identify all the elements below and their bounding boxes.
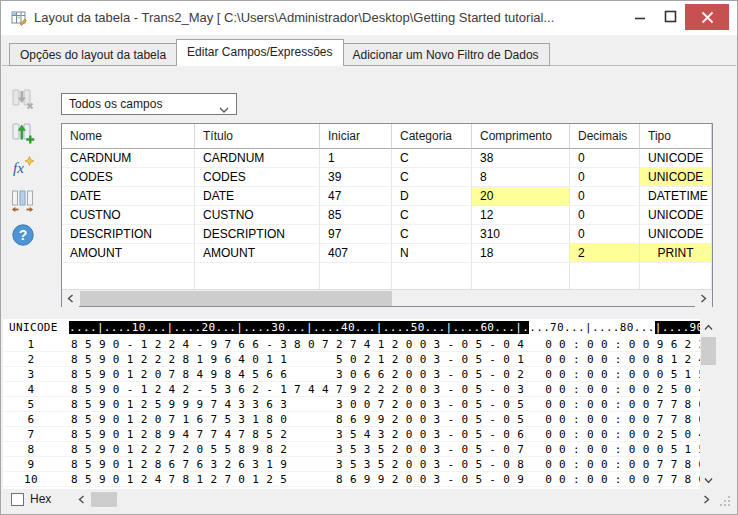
record-preview: UNICODE ....|....10...|....20...|....30.… (3, 319, 717, 489)
cell-nome[interactable]: CUSTNO (62, 206, 195, 225)
empty-cell (570, 263, 640, 282)
field-filter-select[interactable]: Todos os campos (61, 93, 237, 115)
field-row-date[interactable]: DATEDATE47D200DATETIME (62, 187, 712, 206)
field-row-amount[interactable]: AMOUNTAMOUNT407N182PRINT (62, 244, 712, 263)
add-field-button[interactable] (8, 121, 38, 149)
cell-categoria[interactable]: C (392, 149, 472, 168)
cell-comprimento[interactable]: 38 (472, 149, 570, 168)
hex-checkbox-label[interactable]: Hex (30, 492, 51, 506)
minimize-button[interactable] (625, 4, 655, 28)
scroll-left-icon[interactable] (73, 491, 90, 508)
field-table-hscrollbar[interactable] (62, 289, 712, 306)
byte-ruler: ....|....10...|....20...|....30...|....4… (69, 320, 704, 335)
record-number: 8 (3, 442, 59, 456)
record-bytes: 8 5 9 0 - 1 2 4 2 - 5 3 6 2 - 1 7 4 4 7 … (71, 382, 706, 396)
field-row-custno[interactable]: CUSTNOCUSTNO85C120UNICODE (62, 206, 712, 225)
cell-titulo[interactable]: CODES (195, 168, 320, 187)
cell-comprimento[interactable]: 310 (472, 225, 570, 244)
hscroll-thumb[interactable] (80, 291, 392, 306)
edit-expression-button[interactable]: fx (8, 155, 38, 183)
cell-nome[interactable]: DESCRIPTION (62, 225, 195, 244)
cell-tipo[interactable]: UNICODE (640, 225, 712, 244)
cell-categoria[interactable]: N (392, 244, 472, 263)
cell-iniciar[interactable]: 47 (320, 187, 392, 206)
hex-row[interactable]: 98 5 9 0 1 2 8 6 7 6 3 2 6 3 1 9 3 5 3 5… (3, 457, 700, 472)
hex-row[interactable]: 108 5 9 0 1 2 4 7 8 1 2 7 0 1 2 5 8 6 9 … (3, 472, 700, 487)
question-glyph: ? (19, 227, 28, 243)
cell-comprimento[interactable]: 8 (472, 168, 570, 187)
cell-iniciar[interactable]: 39 (320, 168, 392, 187)
cell-iniciar[interactable]: 97 (320, 225, 392, 244)
cell-titulo[interactable]: DATE (195, 187, 320, 206)
cell-titulo[interactable]: CARDNUM (195, 149, 320, 168)
vscroll-thumb[interactable] (701, 337, 716, 365)
cell-iniciar[interactable]: 85 (320, 206, 392, 225)
resize-grip[interactable] (719, 494, 732, 507)
cell-categoria[interactable]: C (392, 168, 472, 187)
hex-vscrollbar[interactable] (700, 319, 717, 489)
cell-decimais[interactable]: 0 (570, 168, 640, 187)
cell-categoria[interactable]: C (392, 225, 472, 244)
hex-bottom-bar: Hex (3, 491, 735, 509)
tab-op-es-do-layout-da-tabela[interactable]: Opções do layout da tabela (9, 43, 177, 66)
cell-categoria[interactable]: C (392, 206, 472, 225)
cell-nome[interactable]: DATE (62, 187, 195, 206)
tab-adicionar-um-novo-filtro-de-dados[interactable]: Adicionar um Novo Filtro de Dados (343, 43, 550, 66)
cell-decimais[interactable]: 0 (570, 149, 640, 168)
field-row-codes[interactable]: CODESCODES39C80UNICODE (62, 168, 712, 187)
cell-decimais[interactable]: 0 (570, 206, 640, 225)
cell-nome[interactable]: CARDNUM (62, 149, 195, 168)
hex-row[interactable]: 48 5 9 0 - 1 2 4 2 - 5 3 6 2 - 1 7 4 4 7… (3, 382, 700, 397)
cell-categoria[interactable]: D (392, 187, 472, 206)
hscroll-thumb[interactable] (91, 492, 117, 507)
scroll-right-icon[interactable] (695, 290, 712, 307)
cell-tipo[interactable]: UNICODE (640, 206, 712, 225)
add-field-icon (11, 121, 35, 149)
cell-titulo[interactable]: DESCRIPTION (195, 225, 320, 244)
ruler-segment: |....90 (655, 321, 704, 334)
close-button[interactable] (685, 4, 729, 30)
hex-row[interactable]: 38 5 9 0 1 2 0 7 8 4 9 8 4 5 6 6 3 0 6 6… (3, 367, 700, 382)
hex-checkbox[interactable] (11, 493, 24, 506)
cell-nome[interactable]: CODES (62, 168, 195, 187)
scroll-left-icon[interactable] (62, 290, 79, 307)
hex-row[interactable]: 18 5 9 0 - 1 2 2 4 - 9 7 6 6 - 3 8 0 7 2… (3, 337, 700, 352)
record-bytes: 8 5 9 0 1 2 8 9 4 7 7 4 7 8 5 2 3 5 4 3 … (71, 427, 706, 441)
hex-hscrollbar[interactable] (73, 491, 715, 508)
field-row-description[interactable]: DESCRIPTIONDESCRIPTION97C3100UNICODE (62, 225, 712, 244)
field-row-cardnum[interactable]: CARDNUMCARDNUM1C380UNICODE (62, 149, 712, 168)
cell-tipo[interactable]: DATETIME (640, 187, 712, 206)
cell-decimais[interactable]: 0 (570, 187, 640, 206)
cell-decimais[interactable]: 2 (570, 244, 640, 263)
cell-titulo[interactable]: AMOUNT (195, 244, 320, 263)
scroll-up-icon[interactable] (700, 319, 717, 336)
cell-nome[interactable]: AMOUNT (62, 244, 195, 263)
hex-row[interactable]: 88 5 9 0 1 2 2 7 2 0 5 5 8 9 8 2 3 5 3 5… (3, 442, 700, 457)
scroll-down-icon[interactable] (700, 472, 717, 489)
cell-titulo[interactable]: CUSTNO (195, 206, 320, 225)
hex-row[interactable]: 28 5 9 0 1 2 2 2 8 1 9 6 4 0 1 1 5 0 2 1… (3, 352, 700, 367)
cell-comprimento[interactable]: 12 (472, 206, 570, 225)
empty-cell (392, 282, 472, 289)
remove-field-button[interactable] (8, 87, 38, 115)
cell-tipo[interactable]: PRINT (640, 244, 712, 263)
maximize-button[interactable] (655, 4, 685, 28)
cell-iniciar[interactable]: 1 (320, 149, 392, 168)
hex-row[interactable]: 78 5 9 0 1 2 8 9 4 7 7 4 7 8 5 2 3 5 4 3… (3, 427, 700, 442)
scroll-right-icon[interactable] (698, 491, 715, 508)
empty-cell (472, 263, 570, 282)
cell-comprimento[interactable]: 20 (472, 187, 570, 206)
record-number: 6 (3, 412, 59, 426)
record-bytes: 8 5 9 0 1 2 8 6 7 6 3 2 6 3 1 9 3 5 3 5 … (71, 457, 706, 471)
column-header-titulo: Título (195, 124, 320, 149)
shift-field-button[interactable] (8, 189, 38, 217)
hex-row[interactable]: 58 5 9 0 1 2 5 9 9 9 7 4 3 3 6 3 3 0 0 7… (3, 397, 700, 412)
cell-decimais[interactable]: 0 (570, 225, 640, 244)
help-button[interactable]: ? (8, 223, 38, 251)
cell-comprimento[interactable]: 18 (472, 244, 570, 263)
hex-row[interactable]: 68 5 9 0 1 2 0 7 1 6 7 5 3 1 8 0 8 6 9 9… (3, 412, 700, 427)
tab-editar-campos-express-es[interactable]: Editar Campos/Expressões (176, 39, 343, 66)
cell-tipo[interactable]: UNICODE (640, 168, 712, 187)
cell-tipo[interactable]: UNICODE (640, 149, 712, 168)
cell-iniciar[interactable]: 407 (320, 244, 392, 263)
